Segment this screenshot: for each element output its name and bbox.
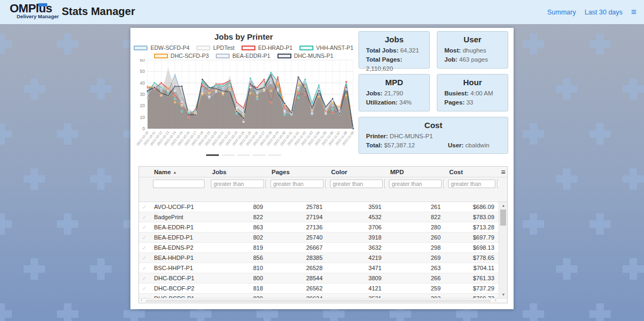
row-check-icon: ✓ (139, 255, 150, 261)
plus-pattern-icon (589, 303, 611, 321)
cell-name: BadgePrint (150, 214, 208, 220)
chart-page-dash-4[interactable] (253, 154, 266, 156)
hamburger-menu-icon[interactable]: ≡ (631, 8, 636, 17)
svg-text:60: 60 (140, 59, 145, 63)
vertical-scrollbar[interactable]: ▲ ▼ (499, 202, 507, 298)
table-row-bea-edns-p2[interactable]: ✓ BEA-EDNS-P2 819 26667 3632 298 $698.13 (139, 243, 507, 253)
filter-area (139, 177, 507, 188)
legend-item-vhh-anst-p1[interactable]: VHH-ANST-P1 (299, 44, 353, 51)
row-check-icon: ✓ (139, 275, 150, 281)
table-row-bsc-hhpt-p1[interactable]: ✓ BSC-HHPT-P1 810 26528 3471 263 $704.11 (139, 263, 507, 273)
scroll-up-icon[interactable]: ▲ (499, 204, 507, 207)
table-row-bea-eddr-p1[interactable]: ✓ BEA-EDDR-P1 863 27136 3706 280 $713.28 (139, 222, 507, 233)
plus-pattern-icon (523, 33, 544, 55)
cell-pages: 28544 (267, 275, 327, 281)
sort-ascending-icon: ▲ (173, 170, 177, 174)
card-title: Cost (359, 121, 508, 130)
topbar-links: Summary Last 30 days ≡ (547, 0, 636, 24)
cell-mpd: 259 (386, 285, 445, 292)
legend-label: DHC-MUNS-P1 (294, 53, 334, 59)
column-header-pages[interactable]: Pages (267, 169, 327, 175)
plus-pattern-icon (523, 213, 544, 235)
filter-color-cell (327, 177, 386, 188)
legend-item-dhc-scfd-p3[interactable]: DHC-SCFD-P3 (154, 53, 209, 59)
plus-pattern-icon (589, 123, 611, 145)
cell-pages: 25740 (267, 234, 327, 241)
cell-color: 3809 (327, 275, 386, 281)
plus-pattern-icon (523, 123, 544, 145)
plus-pattern-icon (24, 258, 45, 280)
row-check-icon: ✓ (139, 245, 150, 251)
card-stat-row: Total: $57,387.12User: cbaldwin (359, 141, 508, 150)
pages-greater-than-input[interactable] (270, 180, 324, 188)
mpd-greater-than-input[interactable] (389, 180, 442, 188)
card-stat: User: cbaldwin (434, 141, 508, 150)
cell-jobs: 802 (208, 234, 267, 241)
svg-text:50: 50 (140, 69, 145, 74)
cell-color: 4532 (327, 214, 386, 220)
table-row-bea-hhdp-p1[interactable]: ✓ BEA-HHDP-P1 856 28385 4219 269 $778.65 (139, 253, 507, 263)
column-header-cost[interactable]: Cost (445, 169, 499, 175)
cell-cost: $704.11 (445, 265, 499, 271)
table-row-dhc-bcof-p2[interactable]: ✓ DHC-BCOF-P2 818 26562 4121 259 $737.29 (139, 283, 507, 294)
cost-greater-than-input[interactable] (448, 180, 495, 188)
summary-link[interactable]: Summary (547, 9, 576, 16)
chart-page-dash-5[interactable] (268, 154, 281, 156)
cell-cost: $713.28 (445, 224, 499, 230)
table-row-avo-ucof-p1[interactable]: ✓ AVO-UCOF-P1 809 25781 3591 261 $686.09 (139, 202, 507, 212)
jobs-card: JobsTotal Jobs: 64,321Total Pages: 2,110… (358, 31, 430, 69)
jobs-greater-than-input[interactable] (211, 180, 264, 188)
svg-text:20: 20 (140, 103, 145, 108)
plus-pattern-icon (589, 33, 611, 55)
column-header-color[interactable]: Color (327, 169, 386, 175)
chart-page-dash-2[interactable] (222, 154, 235, 156)
legend-swatch-icon (216, 54, 230, 58)
column-header-mpd[interactable]: MPD (386, 169, 445, 175)
chart-pagination (130, 154, 357, 156)
scroll-left-icon[interactable]: ‹ (141, 297, 142, 303)
chart-title: Jobs by Printer (130, 32, 357, 41)
legend-item-lpdtest[interactable]: LPDTest (196, 44, 235, 51)
main-content-panel: Jobs by Printer EDW-SCFD-P4LPDTestED-HRA… (130, 28, 514, 309)
omplus-logo[interactable]: OMPlus Delivery Manager (10, 3, 69, 19)
plus-pattern-icon (57, 303, 78, 321)
cell-pages: 26667 (267, 244, 327, 251)
table-menu-icon[interactable]: ≡ (499, 168, 508, 176)
plus-pattern-icon (0, 303, 12, 321)
color-greater-than-input[interactable] (330, 180, 383, 188)
legend-item-bea-eddr-p1[interactable]: BEA-EDDR-P1 (216, 53, 270, 59)
scroll-down-icon[interactable]: ▼ (499, 293, 507, 296)
cell-jobs: 863 (208, 224, 267, 230)
legend-item-dhc-muns-p1[interactable]: DHC-MUNS-P1 (277, 53, 334, 59)
plus-pattern-icon (57, 123, 78, 145)
name-filter-input[interactable] (153, 180, 204, 188)
table-filter-rows (139, 177, 507, 202)
legend-swatch-icon (154, 54, 168, 58)
legend-label: ED-HRAD-P1 (258, 44, 292, 51)
column-header-jobs[interactable]: Jobs (208, 169, 267, 175)
mpd-card: MPDJobs: 21,790Utilization: 34% (358, 74, 430, 111)
table-row-dhc-bcpc-p1[interactable]: ✓ DHC-BCPC-P1 829 29624 3531 293 $769.73 (139, 294, 507, 298)
legend-item-ed-hrad-p1[interactable]: ED-HRAD-P1 (241, 44, 292, 51)
scroll-right-icon[interactable]: › (495, 297, 496, 303)
cell-name: BSC-HHPT-P1 (150, 265, 208, 271)
table-row-dhc-bcof-p1[interactable]: ✓ DHC-BCOF-P1 800 28544 3809 266 $761.33 (139, 273, 507, 283)
table-row-badgeprint[interactable]: ✓ BadgePrint 822 27194 4532 822 $783.09 (139, 212, 507, 222)
chart-page-dash-1[interactable] (206, 154, 219, 156)
cell-jobs: 818 (208, 285, 267, 292)
table-row-bea-edfd-p1[interactable]: ✓ BEA-EDFD-P1 802 25740 3918 260 $697.79 (139, 233, 507, 243)
chart-page-dash-3[interactable] (237, 154, 250, 156)
legend-swatch-icon (196, 46, 210, 50)
horizontal-scroll-thumb[interactable] (145, 300, 491, 302)
date-range-link[interactable]: Last 30 days (584, 9, 623, 16)
vertical-scroll-thumb[interactable] (500, 210, 506, 226)
cell-cost: $778.65 (445, 255, 499, 261)
column-header-name[interactable]: Name▲ (150, 169, 208, 175)
row-check-icon: ✓ (139, 214, 150, 220)
legend-row: EDW-SCFD-P4LPDTestED-HRAD-P1VHH-ANST-P1 (130, 44, 357, 51)
chart-section: Jobs by Printer EDW-SCFD-P4LPDTestED-HRA… (130, 28, 357, 162)
legend-item-edw-scfd-p4[interactable]: EDW-SCFD-P4 (134, 44, 189, 51)
row-check-icon: ✓ (139, 235, 150, 241)
plus-pattern-icon (589, 213, 611, 235)
horizontal-scrollbar[interactable]: ‹ › (139, 298, 507, 303)
